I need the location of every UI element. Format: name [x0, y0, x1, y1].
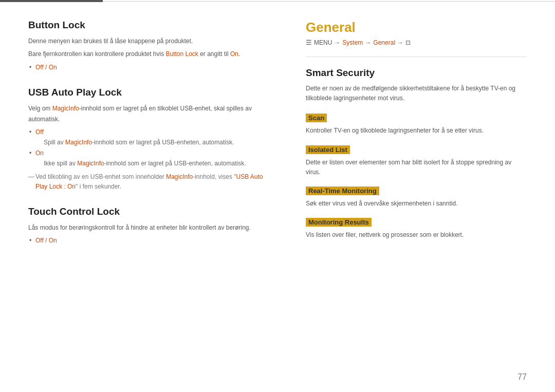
touch-control-intro: Lås modus for berøringskontroll for å hi… — [28, 222, 265, 233]
usb-off-desc-before: Spill av — [44, 139, 65, 146]
button-lock-link1: Button Lock — [165, 50, 198, 58]
scan-title: Scan — [306, 114, 327, 122]
button-lock-section: Button Lock Denne menyen kan brukes til … — [28, 20, 265, 72]
button-lock-title: Button Lock — [28, 20, 265, 31]
isolated-list-body: Dette er listen over elementer som har b… — [306, 158, 527, 177]
right-column: General ☰ MENU → System → General → ⊡ Sm… — [306, 20, 527, 260]
usb-on-desc-link: MagicInfo — [77, 160, 104, 167]
touch-control-section: Touch Control Lock Lås modus for berørin… — [28, 206, 265, 246]
usb-off-desc-link: MagicInfo — [65, 139, 92, 146]
menu-path-system: System — [342, 39, 363, 46]
usb-note-middle: -innhold, vises " — [193, 173, 236, 180]
real-time-monitoring-title: Real-Time Monitoring — [306, 186, 379, 195]
smart-security-title: Smart Security — [306, 67, 527, 79]
usb-bullets: Off Spill av MagicInfo-innhold som er la… — [28, 127, 265, 169]
usb-on-label: On — [35, 150, 44, 157]
usb-note-after: " i fem sekunder. — [76, 183, 121, 190]
isolated-list-title: Isolated List — [306, 145, 350, 154]
usb-on-desc-before: Ikke spill av — [44, 160, 77, 167]
real-time-monitoring-subsection: Real-Time Monitoring Søk etter virus ved… — [306, 186, 527, 209]
touch-control-bullets: Off / On — [28, 235, 265, 246]
page-number: 77 — [517, 372, 527, 382]
usb-off-label: Off — [35, 128, 44, 136]
arrow-2: → — [365, 39, 371, 46]
usb-note-link1: MagicInfo — [166, 173, 193, 180]
usb-intro-link: MagicInfo — [52, 105, 79, 112]
usb-bullet-off: Off — [35, 127, 265, 137]
top-bar-line — [103, 1, 555, 2]
general-title: General — [306, 20, 527, 35]
scan-body: Kontroller TV-en og tilkoblede lagringse… — [306, 126, 527, 136]
menu-icon: ☰ — [306, 39, 312, 46]
button-lock-note: Bare fjernkontrollen kan kontrollere pro… — [28, 49, 265, 59]
button-lock-link2: On — [230, 50, 238, 58]
touch-control-off-on: Off / On — [35, 237, 57, 244]
real-time-monitoring-body: Søk etter virus ved å overvåke skjermenh… — [306, 199, 527, 209]
usb-bullet-on: On — [35, 148, 265, 158]
usb-auto-play-intro: Velg om MagicInfo-innhold som er lagret … — [28, 103, 265, 124]
touch-control-title: Touch Control Lock — [28, 206, 265, 217]
usb-off-desc-after: -innhold som er lagret på USB-enheten, a… — [92, 139, 234, 146]
usb-intro-before: Velg om — [28, 105, 52, 112]
button-lock-bullet-1: Off / On — [35, 62, 265, 72]
usb-note-dash: Ved tilkobling av en USB-enhet som inneh… — [28, 172, 265, 192]
menu-path: ☰ MENU → System → General → ⊡ — [306, 39, 527, 46]
button-lock-note-middle: er angitt til — [198, 50, 230, 58]
top-bar — [0, 0, 555, 4]
arrow-1: → — [334, 39, 340, 46]
usb-bullet-off-desc: Spill av MagicInfo-innhold som er lagret… — [35, 137, 265, 147]
arrow-3: → — [397, 39, 403, 46]
left-column: Button Lock Denne menyen kan brukes til … — [28, 20, 265, 260]
page-container: Button Lock Denne menyen kan brukes til … — [0, 20, 555, 260]
isolated-list-subsection: Isolated List Dette er listen over eleme… — [306, 145, 527, 177]
monitoring-results-title: Monitoring Results — [306, 218, 372, 227]
button-lock-bullets: Off / On — [28, 62, 265, 72]
button-lock-note-before: Bare fjernkontrollen kan kontrollere pro… — [28, 50, 165, 58]
smart-security-body: Dette er noen av de medfølgende sikkerhe… — [306, 84, 527, 103]
button-lock-off-on: Off / On — [35, 64, 57, 71]
touch-control-bullet-1: Off / On — [35, 235, 265, 246]
usb-auto-play-section: USB Auto Play Lock Velg om MagicInfo-inn… — [28, 87, 265, 192]
usb-note-before: Ved tilkobling av en USB-enhet som inneh… — [35, 173, 166, 180]
usb-auto-play-title: USB Auto Play Lock — [28, 87, 265, 98]
button-lock-intro: Denne menyen kan brukes til å låse knapp… — [28, 36, 265, 46]
monitoring-results-subsection: Monitoring Results Vis listen over filer… — [306, 218, 527, 240]
usb-bullet-on-desc: Ikke spill av MagicInfo-innhold som er l… — [35, 158, 265, 169]
usb-on-desc-after: -innhold som er lagret på USB-enheten, a… — [104, 160, 246, 167]
monitoring-results-body: Vis listen over filer, nettverk og prose… — [306, 230, 527, 240]
top-bar-accent — [0, 0, 103, 2]
divider — [306, 57, 527, 57]
scan-subsection: Scan Kontroller TV-en og tilkoblede lagr… — [306, 114, 527, 136]
menu-path-icon: ⊡ — [405, 39, 411, 46]
button-lock-note-after: . — [238, 50, 240, 58]
menu-path-menu: MENU — [314, 39, 332, 46]
menu-path-general: General — [373, 39, 395, 46]
